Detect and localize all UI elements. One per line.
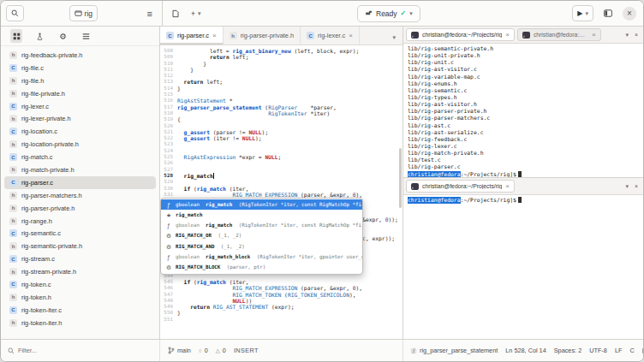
file-item[interactable]: hrig-match-private.h (4, 163, 156, 176)
line-number: 529 (160, 179, 177, 185)
file-item[interactable]: Crig-match.c (4, 151, 156, 163)
file-item[interactable]: Crig-token.c (4, 278, 156, 291)
line-number: 551 (160, 317, 177, 323)
return-type: gboolean (176, 202, 200, 208)
file-item[interactable]: hrig-semantic-private.h (4, 240, 156, 252)
terminal-output-line: lib/rig-match-private.h (408, 150, 639, 157)
editor-scrollbar[interactable] (399, 148, 402, 208)
panel-layout-button[interactable] (599, 5, 617, 21)
file-item[interactable]: hrig-stream-private.h (4, 265, 156, 278)
titlebar-center-section: Ready ✓ ▾ (208, 5, 569, 22)
titlebar-right-section: ▶ ▾ × (572, 5, 638, 21)
line-text: } (177, 61, 206, 67)
code-line: 528 rig_match (160, 173, 402, 179)
cursor-position[interactable]: Ln 528, Col 14 (505, 347, 546, 354)
terminal-output-line: lib/rig-semantic-private.h (408, 45, 639, 52)
filter-input[interactable] (18, 347, 138, 354)
file-item[interactable]: hrig-file-private.h (4, 87, 156, 100)
close-pane-icon[interactable]: × (635, 32, 638, 38)
completion-popup: ƒgbooleanrig_match (RigTokenIter *iter, … (160, 198, 363, 275)
terminal-bottom[interactable]: christian@fedora:~/Projects/rig]$ (403, 195, 643, 339)
header-file-icon: h (9, 166, 17, 174)
line-number: 515 (160, 92, 177, 98)
file-item[interactable]: hrig-file.h (4, 74, 156, 87)
warning-count[interactable]: △ 0 (216, 347, 226, 354)
close-tab-icon[interactable]: × (349, 32, 353, 39)
terminal-tab[interactable]: ›christian@fedora:~/Projects/rig× (406, 28, 515, 41)
tests-panel-button[interactable] (33, 29, 45, 43)
completion-item[interactable]: ⚙RIG_MATCH_AND (_1, _2) (161, 241, 362, 252)
file-item[interactable]: Crig-stream.c (4, 252, 156, 265)
completion-item[interactable]: ⚙RIG_MATCH_OR (_1, _2) (161, 231, 362, 241)
chevron-down-icon[interactable]: ▾ (626, 32, 629, 38)
code-view[interactable]: 508 left = rig_ast_binary_new (left, blo… (160, 45, 402, 339)
completion-params: (parser, ptr) (224, 264, 265, 270)
line-ending-setting[interactable]: LF (615, 347, 623, 354)
document-list-button[interactable] (168, 5, 183, 21)
line-number: 524 (160, 148, 177, 154)
file-name: rig-parser.c (21, 179, 53, 187)
file-item[interactable]: hrig-feedback-private.h (4, 49, 156, 62)
indentation-setting[interactable]: Spaces: 2 (554, 347, 581, 354)
chevron-down-icon[interactable]: ▾ (626, 183, 629, 189)
tab-list-button[interactable]: ▾ (385, 27, 402, 45)
chevron-down-icon: ▾ (392, 34, 396, 40)
code-line: 521 g_assert (parser != NULL); (160, 129, 402, 135)
todo-panel-button[interactable] (80, 29, 92, 43)
build-status-button[interactable]: Ready ✓ ▾ (357, 5, 420, 22)
close-pane-icon[interactable]: × (635, 183, 638, 189)
project-tree-panel-button[interactable] (10, 29, 22, 43)
completion-item[interactable]: ★rig_match (161, 210, 362, 220)
header-file-icon: h (230, 32, 237, 39)
main-menu-button[interactable]: ≡ (143, 5, 157, 21)
file-item[interactable]: Crig-semantic.c (4, 227, 156, 240)
file-item[interactable]: hrig-range.h (4, 215, 156, 228)
completion-item[interactable]: ⚙RIG_MATCH_BLOCK (parser, ptr) (161, 263, 362, 273)
line-number: 511 (160, 67, 177, 73)
file-item[interactable]: hrig-lexer-private.h (4, 112, 156, 125)
file-item[interactable]: Crig-file.c (4, 62, 156, 74)
line-text (177, 179, 181, 185)
terminal-tab[interactable]: ›christian@fedora:~/Projects/rig× (517, 28, 601, 41)
file-name: rig-token.h (21, 294, 51, 301)
terminal-top[interactable]: lib/rig-semantic-private.hlib/rig-unit-p… (403, 44, 643, 177)
close-window-button[interactable]: × (623, 7, 636, 21)
editor-tab[interactable]: Crig-lexer.c× (301, 27, 360, 45)
file-item[interactable]: Crig-token-iter.c (4, 304, 156, 317)
code-line: 525 RigAstExpression *expr = NULL; (160, 154, 402, 160)
language-setting[interactable]: C (629, 347, 634, 354)
c-file-icon: C (9, 179, 17, 187)
search-button[interactable] (6, 5, 24, 21)
line-number: 509 (160, 54, 177, 60)
completion-item[interactable]: ƒgbooleanrig_match (RigTokenIter *iter, … (161, 199, 362, 210)
file-item[interactable]: hrig-parser-matchers.h (4, 189, 156, 202)
run-button[interactable]: ▶ ▾ (572, 5, 593, 21)
terminal-tab[interactable]: ›christian@fedora:~/Projects/rig× (406, 180, 515, 193)
encoding-setting[interactable]: UTF-8 (589, 347, 607, 354)
editor-tab[interactable]: hrig-parser-private.h (224, 27, 301, 45)
file-item[interactable]: hrig-location-private.h (4, 138, 156, 151)
code-line: 523 (160, 141, 402, 147)
c-file-icon: C (9, 103, 17, 110)
file-item[interactable]: Crig-lexer.c (4, 100, 156, 113)
close-tab-icon[interactable]: × (212, 32, 217, 39)
error-count[interactable]: ○ 0 (199, 347, 208, 354)
file-item[interactable]: hrig-parser-private.h (4, 202, 156, 215)
completion-item[interactable]: ƒgbooleanrig_match_block (RigTokenIter *… (161, 252, 362, 262)
build-panel-button[interactable] (57, 29, 69, 43)
editor-tab[interactable]: Crig-parser.c× (160, 27, 224, 45)
project-button[interactable]: rig (69, 5, 98, 21)
file-item[interactable]: hrig-token.h (4, 291, 156, 304)
c-file-icon: C (9, 255, 17, 263)
file-item[interactable]: hrig-token-iter.h (4, 317, 156, 329)
branch-button[interactable]: main (168, 347, 191, 354)
close-tab-icon[interactable]: × (505, 31, 510, 39)
close-tab-icon[interactable]: × (505, 182, 510, 190)
close-tab-icon[interactable]: × (592, 31, 596, 39)
current-symbol[interactable]: f rig_parser_parse_statement (410, 347, 498, 354)
line-number: 521 (160, 129, 177, 135)
file-item[interactable]: Crig-parser.c (4, 176, 156, 189)
new-tab-button[interactable]: + ▾ (187, 5, 205, 21)
file-item[interactable]: Crig-location.c (4, 125, 156, 138)
completion-item[interactable]: ƒgbooleanrig_match (RigTokenIter *iter, … (161, 221, 362, 231)
